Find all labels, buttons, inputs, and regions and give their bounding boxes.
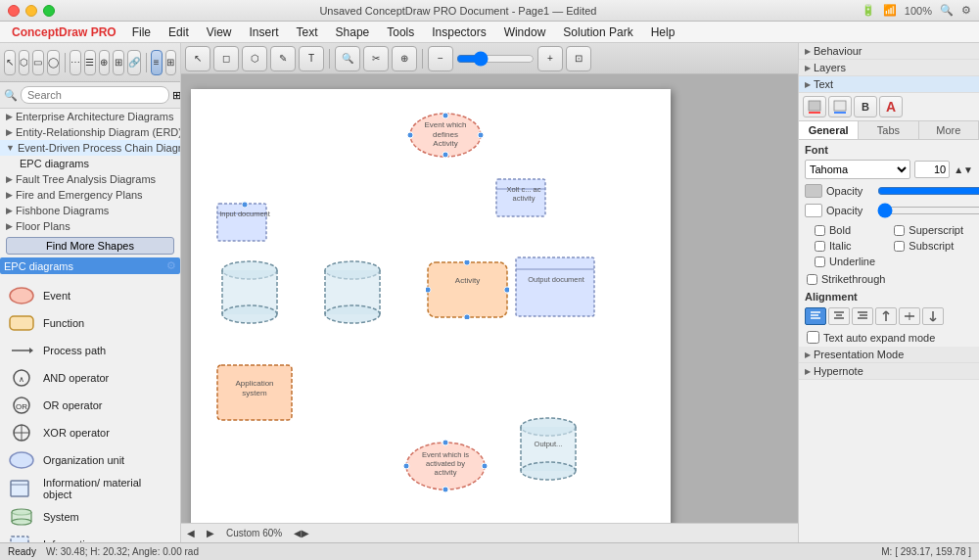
canvas-page[interactable]: Event whichdefinesActivity Input documen…	[191, 89, 671, 523]
canvas-shape-input-doc[interactable]: Input document	[215, 202, 284, 251]
canvas-tool7[interactable]: ✂	[363, 46, 389, 71]
grid-view-icon[interactable]: ⊞	[172, 89, 181, 102]
sidebar-item-epc-diagrams[interactable]: ▼ Event-Driven Process Chain Diagrams	[0, 140, 180, 156]
align-center-btn[interactable]	[828, 307, 850, 325]
shape-item-org-unit[interactable]: Organization unit	[4, 446, 176, 474]
close-button[interactable]	[8, 5, 20, 17]
scroll-h[interactable]: ◀▶	[294, 528, 309, 538]
tool5[interactable]: ⋯	[70, 50, 81, 75]
color-swatch2[interactable]	[805, 204, 822, 217]
tab-more[interactable]: More	[919, 121, 979, 139]
maximize-button[interactable]	[43, 5, 55, 17]
color-swatch1[interactable]	[805, 184, 822, 198]
shape-item-information[interactable]: Information	[4, 531, 176, 542]
canvas-tool6[interactable]: 🔍	[335, 46, 360, 71]
align-middle-btn[interactable]	[899, 307, 920, 325]
canvas-main[interactable]: Event whichdefinesActivity Input documen…	[181, 74, 798, 523]
zoom-out-btn[interactable]: −	[428, 46, 453, 71]
canvas-shape-event-bottom[interactable]: Event which isactivated byactivity	[401, 437, 490, 495]
tool6[interactable]: ☰	[84, 50, 96, 75]
zoom-display[interactable]: Custom 60%	[226, 528, 282, 538]
shape-item-function[interactable]: Function	[4, 309, 176, 337]
canvas-tool2[interactable]: ◻	[213, 46, 239, 71]
shape-item-and-op[interactable]: ∧ AND operator	[4, 364, 176, 392]
align-right-btn[interactable]	[852, 307, 873, 325]
align-bottom-btn[interactable]	[922, 307, 944, 325]
canvas-shape-database-right-bot[interactable]: Output...	[514, 412, 583, 490]
align-top-btn[interactable]	[875, 307, 897, 325]
sidebar-item-fire-emergency[interactable]: ▶ Fire and Emergency Plans	[0, 187, 180, 203]
next-page-btn[interactable]: ▶	[207, 528, 214, 538]
search-icon[interactable]: 🔍	[940, 4, 954, 17]
text-color-a-btn[interactable]: A	[879, 96, 903, 117]
sidebar-item-enterprise-arch[interactable]: ▶ Enterprise Architecture Diagrams	[0, 109, 180, 124]
menu-text[interactable]: Text	[289, 23, 326, 41]
bold-checkbox[interactable]	[815, 225, 825, 236]
tool11[interactable]: ⊞	[165, 50, 177, 75]
canvas-shape-event-top[interactable]: Event whichdefinesActivity	[406, 109, 485, 163]
shape-item-event[interactable]: Event	[4, 282, 176, 309]
menu-inspectors[interactable]: Inspectors	[424, 23, 493, 41]
menu-edit[interactable]: Edit	[161, 23, 197, 41]
find-more-shapes-button[interactable]: Find More Shapes	[6, 237, 174, 255]
strikethrough-checkbox[interactable]	[807, 274, 817, 285]
sidebar-item-fishbone[interactable]: ▶ Fishbone Diagrams	[0, 203, 180, 218]
underline-checkbox[interactable]	[815, 257, 825, 267]
subscript-checkbox[interactable]	[894, 241, 905, 252]
zoom-in-btn[interactable]: +	[537, 46, 563, 71]
bold-format-btn[interactable]: B	[854, 96, 877, 117]
tool3[interactable]: ▭	[32, 50, 44, 75]
presentation-mode-section[interactable]: ▶ Presentation Mode	[799, 347, 979, 363]
zoom-slider[interactable]	[456, 51, 535, 67]
shape-item-process-path[interactable]: Process path	[4, 337, 176, 364]
canvas-tool5[interactable]: T	[299, 46, 324, 71]
menu-help[interactable]: Help	[643, 23, 683, 41]
tab-general[interactable]: General	[799, 121, 859, 139]
sidebar-item-epc-sub[interactable]: EPC diagrams	[0, 156, 180, 171]
font-size-stepper[interactable]: ▲▼	[954, 164, 973, 175]
canvas-shape-database-mid[interactable]	[318, 256, 387, 334]
text-auto-expand-checkbox[interactable]	[807, 331, 819, 344]
minimize-button[interactable]	[25, 5, 37, 17]
prev-page-btn[interactable]: ◀	[187, 528, 195, 538]
tool10[interactable]: ≡	[151, 50, 163, 75]
font-size-input[interactable]	[914, 161, 950, 178]
layers-section[interactable]: ▶ Layers	[799, 60, 979, 76]
text-color-btn2[interactable]	[828, 96, 852, 117]
shape-item-or-op[interactable]: OR OR operator	[4, 392, 176, 419]
sidebar-item-fault-tree[interactable]: ▶ Fault Tree Analysis Diagrams	[0, 171, 180, 187]
tool8[interactable]: ⊞	[113, 50, 124, 75]
sidebar-item-floor-plans[interactable]: ▶ Floor Plans	[0, 218, 180, 234]
pointer-tool[interactable]: ↖	[4, 50, 16, 75]
tool2[interactable]: ⬡	[19, 50, 30, 75]
menu-shape[interactable]: Shape	[328, 23, 378, 41]
superscript-checkbox[interactable]	[894, 225, 905, 236]
canvas-shape-right-doc[interactable]: Xolt c... acactivity	[494, 177, 563, 226]
italic-checkbox[interactable]	[815, 241, 825, 252]
canvas-shape-right-large-doc[interactable]: Output document	[514, 256, 602, 324]
menu-view[interactable]: View	[199, 23, 240, 41]
shape-item-xor-op[interactable]: XOR operator	[4, 419, 176, 446]
menu-tools[interactable]: Tools	[379, 23, 422, 41]
behaviour-section[interactable]: ▶ Behaviour	[799, 43, 979, 60]
menu-insert[interactable]: Insert	[242, 23, 287, 41]
opacity2-slider[interactable]	[877, 203, 979, 218]
tool9[interactable]: 🔗	[127, 50, 141, 75]
canvas-tool1[interactable]: ↖	[185, 46, 210, 71]
font-name-select[interactable]: Tahoma Arial Helvetica	[805, 160, 910, 179]
tab-tabs[interactable]: Tabs	[859, 121, 918, 139]
library-settings-icon[interactable]: ⚙	[166, 259, 176, 272]
canvas-shape-activity[interactable]: Activity	[426, 260, 509, 319]
tool7[interactable]: ⊕	[99, 50, 111, 75]
menu-solution-park[interactable]: Solution Park	[555, 23, 640, 41]
shape-item-info-obj[interactable]: Information/ material object	[4, 474, 176, 503]
canvas-tool8[interactable]: ⊕	[392, 46, 417, 71]
hypernote-section[interactable]: ▶ Hypernote	[799, 363, 979, 380]
shape-item-system[interactable]: System	[4, 503, 176, 531]
zoom-fit-btn[interactable]: ⊡	[566, 46, 591, 71]
canvas-shape-app-system[interactable]: Applicationsystem	[215, 363, 294, 422]
align-left-btn[interactable]	[805, 307, 826, 325]
tool4[interactable]: ◯	[47, 50, 60, 75]
canvas-tool3[interactable]: ⬡	[242, 46, 267, 71]
canvas-tool4[interactable]: ✎	[270, 46, 296, 71]
